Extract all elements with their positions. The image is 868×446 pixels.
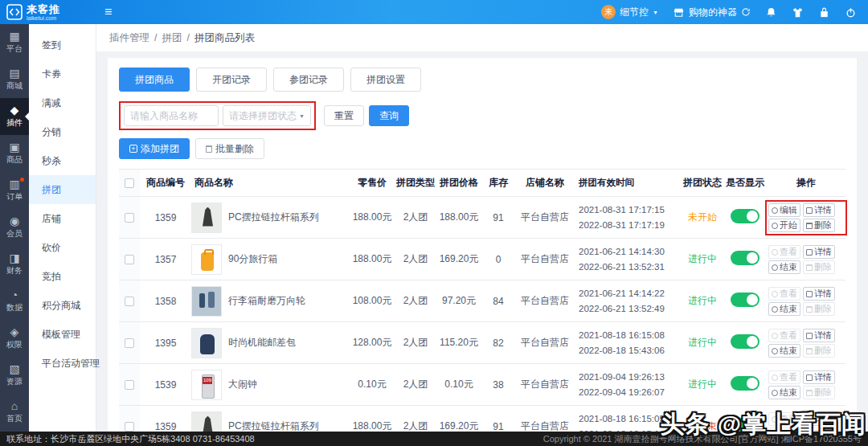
- table-row: 1359 PC摆拉链拉杆箱系列 188.00元 2人团 188.00元 91 平…: [119, 197, 845, 239]
- row-checkbox[interactable]: [125, 422, 134, 432]
- store-name: 平台自营店: [514, 211, 575, 224]
- product-image: [191, 286, 222, 317]
- submenu-item-砍价[interactable]: 砍价: [29, 233, 96, 262]
- action-detail-button[interactable]: 详情: [803, 287, 835, 301]
- bulk-delete-button[interactable]: 批量删除: [195, 138, 264, 159]
- action-detail-button[interactable]: 详情: [803, 245, 835, 259]
- sidebar-item-member[interactable]: ◉ 会员: [0, 209, 29, 246]
- action-edit-button[interactable]: 编辑: [768, 203, 800, 217]
- power-icon[interactable]: [845, 6, 857, 18]
- submenu-item-签到[interactable]: 签到: [29, 31, 96, 59]
- breadcrumb-groupbuy[interactable]: 拼团: [162, 31, 182, 45]
- group-price: 0.10元: [436, 378, 482, 391]
- action-end-button[interactable]: 结束: [768, 260, 800, 274]
- filter-row: 请选择拼团状态 ▼ 重置 查询: [119, 101, 845, 130]
- tab-拼团商品[interactable]: 拼团商品: [119, 68, 190, 92]
- refresh-icon[interactable]: [741, 7, 751, 17]
- group-status-select[interactable]: 请选择拼团状态 ▼: [223, 105, 311, 126]
- header-group-price: 拼团价格: [436, 176, 482, 190]
- sidebar-item-permission[interactable]: ◈ 权限: [0, 320, 29, 357]
- row-checkbox[interactable]: [125, 380, 134, 390]
- row-actions: 查看详情结束删除: [767, 327, 845, 359]
- breadcrumb-separator: /: [186, 32, 189, 43]
- action-detail-button[interactable]: 详情: [803, 203, 835, 217]
- action-delete-button: 删除: [803, 302, 835, 316]
- header-stock: 库存: [482, 176, 514, 190]
- group-price: 169.20元: [436, 419, 482, 432]
- action-detail-button[interactable]: 详情: [803, 370, 835, 384]
- submenu-item-竞拍[interactable]: 竞拍: [29, 262, 96, 291]
- product-name-input[interactable]: [124, 105, 219, 126]
- visible-toggle[interactable]: [731, 209, 760, 223]
- store-link[interactable]: 购物的神器: [673, 6, 751, 19]
- action-view-button: 查看: [768, 370, 800, 384]
- group-status-placeholder: 请选择拼团状态: [229, 109, 297, 123]
- breadcrumb-current-page: 拼团商品列表: [194, 31, 255, 45]
- submenu-item-积分商城[interactable]: 积分商城: [29, 291, 96, 320]
- user-menu[interactable]: 来 细节控 ▼: [601, 5, 658, 19]
- breadcrumb-plugin-management[interactable]: 插件管理: [109, 31, 149, 45]
- sidebar-item-home[interactable]: ⌂ 首页: [0, 394, 29, 431]
- reset-button[interactable]: 重置: [324, 105, 364, 126]
- submenu-item-满减[interactable]: 满减: [29, 88, 96, 117]
- toolbar: + 添加拼团 批量删除: [119, 138, 845, 159]
- main-area: 插件管理 / 拼团 / 拼团商品列表 拼团商品开团记录参团记录拼团设置 请选择拼…: [96, 24, 868, 432]
- product-image: [191, 370, 222, 400]
- visible-toggle[interactable]: [731, 334, 760, 349]
- submenu-item-秒杀[interactable]: 秒杀: [29, 146, 96, 175]
- action-end-button[interactable]: 结束: [768, 302, 800, 316]
- sidebar-item-data[interactable]: ◔ 数据: [0, 283, 29, 320]
- product-name: PC摆拉链拉杆箱系列: [228, 420, 349, 432]
- tab-开团记录[interactable]: 开团记录: [196, 68, 267, 92]
- collapse-menu-icon[interactable]: ≡: [104, 6, 112, 18]
- valid-from: 2021-06-21 14:14:22: [579, 286, 682, 301]
- avatar: 来: [601, 5, 616, 19]
- sidebar-item-resource[interactable]: ▧ 资源: [0, 357, 29, 394]
- package-icon[interactable]: [818, 6, 830, 18]
- delete-icon: [806, 223, 813, 229]
- sidebar-item-goods[interactable]: ▣ 商品: [0, 135, 29, 172]
- submenu-item-平台活动管理[interactable]: 平台活动管理: [29, 349, 96, 378]
- end-icon: [772, 348, 778, 354]
- sidebar-item-order[interactable]: ▥ 订单: [0, 172, 29, 209]
- product-name: 行李箱耐磨万向轮: [228, 295, 349, 308]
- action-end-button[interactable]: 结束: [768, 344, 800, 358]
- row-checkbox[interactable]: [125, 255, 134, 264]
- add-groupbuy-button[interactable]: + 添加拼团: [119, 138, 190, 159]
- visible-toggle[interactable]: [731, 376, 760, 391]
- submenu-item-卡券[interactable]: 卡券: [29, 59, 96, 88]
- visible-toggle[interactable]: [731, 251, 760, 265]
- table-row: 1395 时尚机能邮差包 128.00元 2人团 115.20元 82 平台自营…: [119, 322, 845, 364]
- sidebar-item-finance[interactable]: ◨ 财务: [0, 246, 29, 283]
- sidebar-item-plugin[interactable]: ◆ 插件: [0, 98, 29, 135]
- end-icon: [772, 390, 778, 396]
- group-type: 2人团: [395, 419, 436, 432]
- search-button[interactable]: 查询: [369, 105, 409, 126]
- visible-toggle[interactable]: [731, 293, 760, 307]
- row-checkbox[interactable]: [125, 213, 134, 223]
- retail-price: 108.00元: [349, 294, 395, 308]
- submenu-item-拼团[interactable]: 拼团: [29, 175, 96, 204]
- notifications-bell-icon[interactable]: [765, 6, 777, 18]
- row-checkbox[interactable]: [125, 338, 134, 348]
- action-end-button[interactable]: 结束: [768, 386, 800, 399]
- submenu-item-模板管理[interactable]: 模板管理: [29, 320, 96, 349]
- shop-shirt-icon[interactable]: [792, 6, 804, 18]
- action-start-button[interactable]: 开始: [768, 219, 800, 232]
- row-checkbox[interactable]: [125, 297, 134, 306]
- action-detail-button[interactable]: 详情: [803, 329, 835, 342]
- action-delete-button[interactable]: 删除: [803, 219, 835, 232]
- member-icon: ◉: [0, 215, 29, 227]
- logo-subtitle: laiketui.com: [27, 15, 60, 21]
- retail-price: 188.00元: [349, 211, 395, 224]
- sidebar-item-platform[interactable]: ▦ 平台: [0, 24, 29, 61]
- submenu-item-店铺[interactable]: 店铺: [29, 204, 96, 233]
- submenu-item-分销[interactable]: 分销: [29, 117, 96, 146]
- select-all-checkbox[interactable]: [125, 178, 134, 188]
- delete-icon: [806, 348, 813, 354]
- sidebar-item-mall[interactable]: ▤ 商城: [0, 61, 29, 98]
- tab-参团记录[interactable]: 参团记录: [273, 68, 344, 92]
- action-delete-button: 删除: [803, 386, 835, 399]
- groupbuy-table: 商品编号 商品名称 零售价 拼团类型 拼团价格 库存 店铺名称 拼团有效时间 拼…: [119, 169, 845, 432]
- tab-拼团设置[interactable]: 拼团设置: [350, 68, 421, 92]
